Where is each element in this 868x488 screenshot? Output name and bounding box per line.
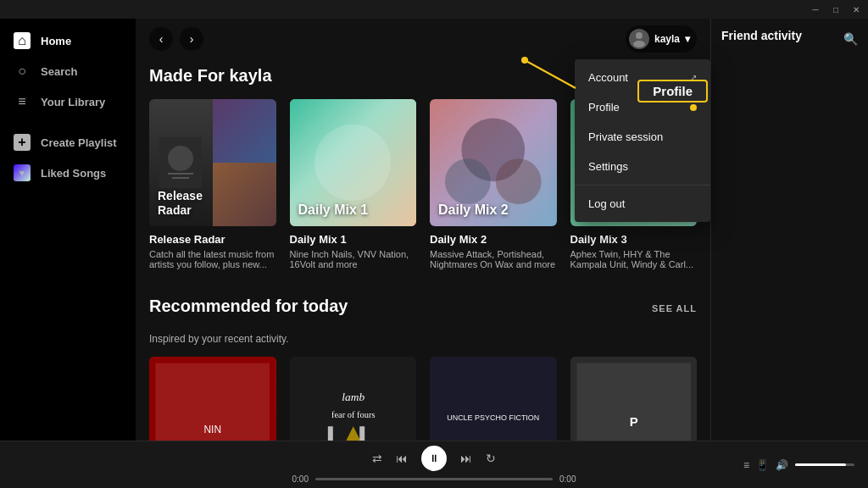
external-link-icon: ↗ xyxy=(690,73,697,82)
profile-indicator-dot xyxy=(690,104,697,111)
dropdown-menu: Account ↗ Profile Private session Settin… xyxy=(575,59,710,222)
close-button[interactable]: ✕ xyxy=(851,4,861,14)
svg-point-26 xyxy=(521,57,528,64)
title-bar: ─ □ ✕ xyxy=(0,0,868,19)
dropdown-overlay: Account ↗ Profile Private session Settin… xyxy=(0,19,868,488)
dropdown-item-log-out[interactable]: Log out xyxy=(575,189,710,219)
minimize-button[interactable]: ─ xyxy=(810,4,821,14)
dropdown-item-private-session[interactable]: Private session xyxy=(575,122,710,152)
window-controls[interactable]: ─ □ ✕ xyxy=(810,4,861,14)
dropdown-divider xyxy=(575,185,710,186)
dropdown-item-profile[interactable]: Profile xyxy=(575,92,710,122)
dropdown-item-settings[interactable]: Settings xyxy=(575,152,710,181)
dropdown-item-account[interactable]: Account ↗ xyxy=(575,63,710,92)
maximize-button[interactable]: □ xyxy=(831,4,841,14)
svg-line-25 xyxy=(525,60,576,88)
